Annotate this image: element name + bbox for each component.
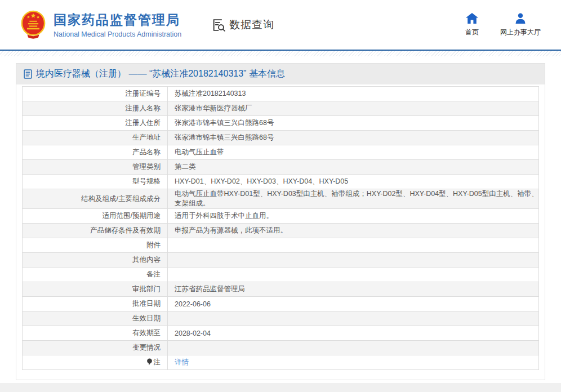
table-row: 管理类别第二类 [23,160,539,175]
table-row: 产品名称电动气压止血带 [23,145,539,160]
row-label: 其他内容 [23,253,168,268]
header-nav: 首页 网上办事大厅 [465,13,541,37]
table-row: 注详情 [23,355,539,370]
table-row: 注册人名称张家港市华新医疗器械厂 [23,101,539,116]
table-row: 其他内容 [23,253,539,268]
balloon-icon [146,358,153,367]
row-label: 注册证编号 [23,87,168,101]
nav-item-service-hall[interactable]: 网上办事大厅 [500,13,541,37]
table-row: 附件 [23,238,539,253]
row-value [168,268,539,282]
row-value: 电动气压止血带 [168,145,539,160]
row-label: 生效日期 [23,311,168,326]
row-label: 适用范围/预期用途 [23,209,168,224]
row-value: HXY-D01、HXY-D02、HXY-D03、HXY-D04、HXY-D05 [168,175,539,189]
page-title: 境内医疗器械（注册） —— “苏械注准20182140313” 基本信息 [36,68,285,80]
info-table-body: 注册证编号苏械注准20182140313注册人名称张家港市华新医疗器械厂注册人住… [23,87,539,370]
row-label: 管理类别 [23,160,168,175]
table-row: 批准日期2022-06-06 [23,297,539,311]
data-query-label: 数据查询 [229,17,274,32]
national-emblem-icon [20,10,46,39]
nav-item-service-hall-label: 网上办事大厅 [500,28,541,37]
site-logo-text: 国家药品监督管理局 National Medical Products Admi… [54,11,181,38]
row-label: 注 [23,355,168,370]
document-search-icon [212,18,226,32]
row-label: 型号规格 [23,175,168,189]
table-row: 生产地址张家港市锦丰镇三兴白熊路68号 [23,131,539,145]
table-row: 型号规格HXY-D01、HXY-D02、HXY-D03、HXY-D04、HXY-… [23,175,539,189]
table-row: 备注 [23,268,539,282]
org-name-en: National Medical Products Administration [54,30,181,38]
row-value: 第二类 [168,160,539,175]
row-value: 张家港市华新医疗器械厂 [168,101,539,116]
row-label: 变更情况 [23,341,168,355]
row-label: 附件 [23,238,168,253]
table-row: 产品储存条件及有效期申报产品为有源器械，此项不适用。 [23,224,539,238]
row-label: 产品储存条件及有效期 [23,224,168,238]
row-value: 详情 [168,355,539,370]
page-title-bar: 境内医疗器械（注册） —— “苏械注准20182140313” 基本信息 [16,64,545,84]
site-logo: 国家药品监督管理局 National Medical Products Admi… [20,10,181,39]
page-footer-strip [0,383,561,392]
row-value: 适用于外科四肢手术中止血用。 [168,209,539,224]
row-label: 结构及组成/主要组成成分 [23,189,168,209]
table-row: 结构及组成/主要组成成分电动气压止血带HXY-D01型、HXY-D03型由主机、… [23,189,539,209]
row-label: 生产地址 [23,131,168,145]
data-query-nav[interactable]: 数据查询 [212,17,274,32]
row-value [168,238,539,253]
detail-link[interactable]: 详情 [175,358,189,366]
org-name-zh: 国家药品监督管理局 [54,11,181,29]
table-row: 有效期至2028-02-04 [23,326,539,341]
row-value: 张家港市锦丰镇三兴白熊路68号 [168,131,539,145]
table-row: 注册证编号苏械注准20182140313 [23,87,539,101]
row-value: 2022-06-06 [168,297,539,311]
home-icon [466,13,478,24]
row-value: 苏械注准20182140313 [168,87,539,101]
table-row: 审批部门江苏省药品监督管理局 [23,282,539,297]
table-row: 变更情况 [23,341,539,355]
nav-item-home-label: 首页 [465,28,479,37]
row-label: 审批部门 [23,282,168,297]
row-label: 注册人名称 [23,101,168,116]
nav-item-home[interactable]: 首页 [465,13,479,37]
header-divider-hatch [0,51,561,56]
row-label: 产品名称 [23,145,168,160]
document-icon [24,69,32,79]
row-value: 电动气压止血带HXY-D01型、HXY-D03型由主机、袖带组成；HXY-D02… [168,189,539,209]
row-label: 注册人住所 [23,116,168,131]
person-icon [515,13,526,24]
row-value [168,253,539,268]
site-header: 国家药品监督管理局 National Medical Products Admi… [0,0,561,51]
row-label: 批准日期 [23,297,168,311]
row-label: 备注 [23,268,168,282]
row-value: 申报产品为有源器械，此项不适用。 [168,224,539,238]
registration-info-table: 注册证编号苏械注准20182140313注册人名称张家港市华新医疗器械厂注册人住… [22,86,539,370]
table-row: 适用范围/预期用途适用于外科四肢手术中止血用。 [23,209,539,224]
content-panel: 境内医疗器械（注册） —— “苏械注准20182140313” 基本信息 注册证… [16,63,545,380]
table-row: 注册人住所张家港市锦丰镇三兴白熊路68号 [23,116,539,131]
row-value: 张家港市锦丰镇三兴白熊路68号 [168,116,539,131]
row-label: 有效期至 [23,326,168,341]
row-value [168,311,539,326]
row-value: 2028-02-04 [168,326,539,341]
row-value: 江苏省药品监督管理局 [168,282,539,297]
table-row: 生效日期 [23,311,539,326]
row-value [168,341,539,355]
